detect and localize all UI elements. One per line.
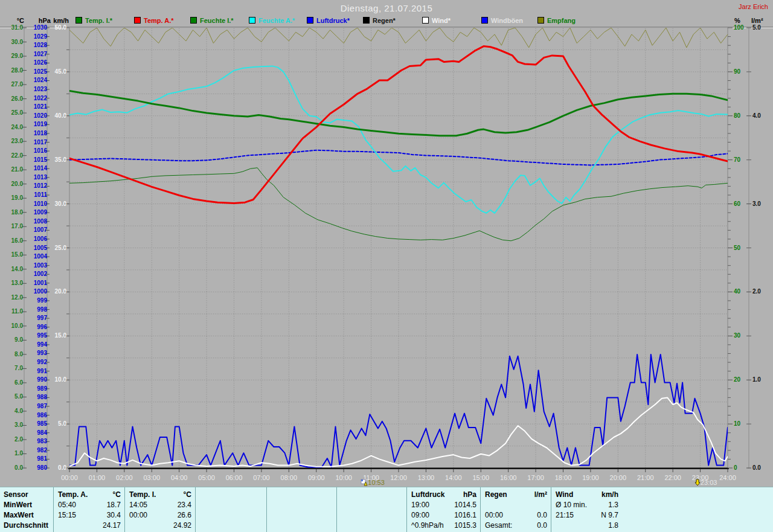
y-tick-label-hpa: 1014 xyxy=(24,165,47,172)
x-tick-label: 02:00 xyxy=(111,474,138,481)
y-tick-label-hpa: 987 xyxy=(24,403,47,410)
table-column-divider xyxy=(195,487,196,532)
table-cell-label: 21:15 xyxy=(556,510,574,521)
y-tick-label-temp: 28.0 xyxy=(0,67,23,74)
table-cell-row: 00:000.0 xyxy=(480,510,551,521)
y-tick-label-hpa: 1004 xyxy=(24,253,47,260)
y-tick-label-temp: 23.0 xyxy=(0,138,23,145)
table-cell-label: Gesamt: xyxy=(485,521,512,531)
x-tick-label: 01:00 xyxy=(83,474,110,481)
table-cell-label: Ø 10 min. xyxy=(556,500,587,510)
table-cell-row: Gesamt:0.0 xyxy=(480,521,551,531)
table-cell-row: 00:0026.6 xyxy=(124,510,195,521)
y-tick-label-pct: 60 xyxy=(734,200,752,208)
table-cell-row: 21:15N 9.7 xyxy=(551,510,622,521)
time-marker-1053: 10:53 xyxy=(361,479,385,487)
table-cell-value: 24.92 xyxy=(173,521,191,531)
table-cell-value: 1.8 xyxy=(608,521,618,531)
y-tick-label-temp: 21.0 xyxy=(0,166,23,173)
y-tick-label-hpa: 1022 xyxy=(24,95,47,102)
table-column-divider xyxy=(336,487,337,532)
table-cell-value: 26.6 xyxy=(178,510,191,521)
table-column-divider xyxy=(266,487,267,532)
table-cell-row: Windkm/h xyxy=(551,490,622,500)
y-tick-label-temp: 12.0 xyxy=(0,294,23,301)
time-marker-2303: 23:03 xyxy=(694,479,717,487)
table-cell-row: Regenl/m² xyxy=(480,490,551,500)
y-tick-label-temp: 30.0 xyxy=(0,39,23,46)
x-tick-label: 10:00 xyxy=(330,474,357,481)
table-cell-label: 19:00 xyxy=(411,500,429,510)
y-tick-label-hpa: 1021 xyxy=(24,103,47,111)
y-tick-label-hpa: 1011 xyxy=(24,191,47,199)
table-row-label: Sensor xyxy=(4,490,28,500)
table-cell-label: 00:00 xyxy=(485,510,503,521)
y-tick-label-hpa: 992 xyxy=(24,359,47,366)
table-row-label: MinWert xyxy=(4,500,32,510)
y-tick-label-hpa: 1001 xyxy=(24,280,47,287)
table-row-label: MaxWert xyxy=(4,510,34,521)
y-tick-label-lm2: 3.0 xyxy=(752,200,772,208)
weather-app-window: Dienstag, 21.07.2015 Jarz Erich °C hPa k… xyxy=(0,0,773,532)
y-tick-label-temp: 27.0 xyxy=(0,81,23,88)
table-cell-value: 0.0 xyxy=(537,510,547,521)
table-cell-label: Luftdruck xyxy=(411,490,444,500)
x-tick-label: 15:00 xyxy=(467,474,494,481)
x-tick-label: 06:00 xyxy=(221,474,248,481)
table-cell-value: 1016.1 xyxy=(454,510,476,521)
table-cell-row: 14:0523.4 xyxy=(124,500,195,510)
y-tick-label-temp: 18.0 xyxy=(0,209,23,216)
y-tick-label-pct: 80 xyxy=(734,112,752,120)
y-tick-label-kmh: 0.0 xyxy=(41,464,66,472)
y-tick-label-kmh: 20.0 xyxy=(41,288,66,295)
y-tick-label-temp: 7.0 xyxy=(0,365,23,372)
x-tick-label: 16:00 xyxy=(495,474,522,481)
y-tick-label-temp: 25.0 xyxy=(0,109,23,117)
y-tick-label-kmh: 45.0 xyxy=(41,68,66,75)
x-tick-label: 21:00 xyxy=(632,474,659,481)
x-tick-label: 03:00 xyxy=(138,474,165,481)
chart-plot-area[interactable] xyxy=(0,0,773,532)
table-cell-row: 09:001016.1 xyxy=(406,510,480,521)
y-tick-label-temp: 6.0 xyxy=(0,379,23,386)
table-cell-label: Regen xyxy=(485,490,507,500)
y-tick-label-temp: 14.0 xyxy=(0,266,23,273)
x-tick-label: 22:00 xyxy=(659,474,686,481)
x-tick-label: 20:00 xyxy=(605,474,631,481)
table-cell-row: 1.8 xyxy=(551,521,622,531)
table-row-label: Durchschnitt xyxy=(4,521,48,531)
y-tick-label-hpa: 989 xyxy=(24,385,47,393)
series-empfang xyxy=(69,28,734,48)
y-tick-label-hpa: 982 xyxy=(24,447,47,454)
y-tick-label-hpa: 983 xyxy=(24,438,47,445)
x-tick-label: 08:00 xyxy=(275,474,302,481)
table-cell-label: 14:05 xyxy=(129,500,147,510)
x-tick-label: 19:00 xyxy=(577,474,604,481)
table-cell-row: 24.92 xyxy=(124,521,195,531)
y-tick-label-kmh: 25.0 xyxy=(41,245,66,252)
y-tick-label-temp: 8.0 xyxy=(0,351,23,358)
y-tick-label-hpa: 993 xyxy=(24,350,47,357)
y-tick-label-hpa: 1008 xyxy=(24,218,47,225)
y-tick-label-pct: 50 xyxy=(734,245,752,252)
x-tick-label: 09:00 xyxy=(303,474,330,481)
table-cell-value: 24.17 xyxy=(103,521,121,531)
y-tick-label-hpa: 998 xyxy=(24,306,47,313)
table-cell-value: km/h xyxy=(601,490,618,500)
y-tick-label-temp: 29.0 xyxy=(0,53,23,60)
y-tick-label-temp: 20.0 xyxy=(0,181,23,188)
y-tick-label-temp: 11.0 xyxy=(0,308,23,315)
y-tick-label-hpa: 986 xyxy=(24,412,47,419)
table-cell-row: LuftdruckhPa xyxy=(406,490,480,500)
table-cell-value: 1014.5 xyxy=(454,500,476,510)
table-cell-row: 24.17 xyxy=(53,521,124,531)
y-tick-label-hpa: 1019 xyxy=(24,121,47,128)
x-tick-label: 13:00 xyxy=(412,474,439,481)
x-tick-label: 04:00 xyxy=(166,474,193,481)
y-tick-label-kmh: 5.0 xyxy=(41,420,66,428)
y-tick-label-hpa: 1024 xyxy=(24,77,47,84)
table-cell-value: 1015.3 xyxy=(454,521,476,531)
y-tick-label-pct: 90 xyxy=(734,68,752,75)
y-tick-label-hpa: 1023 xyxy=(24,86,47,93)
x-tick-label: 00:00 xyxy=(56,474,83,481)
